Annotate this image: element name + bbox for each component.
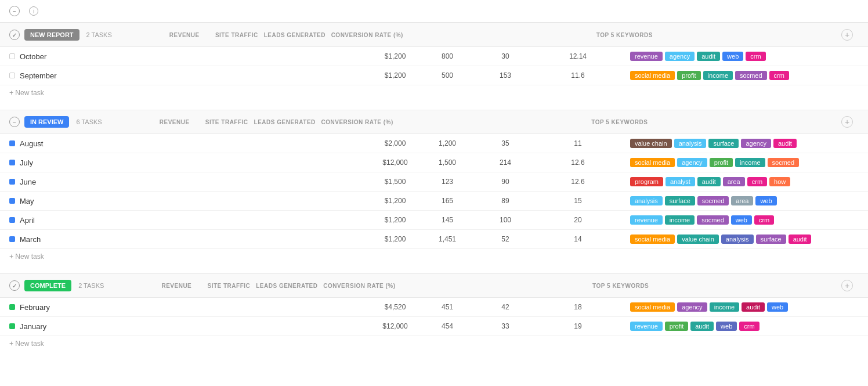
- keyword-tag: surface: [756, 235, 786, 244]
- keyword-tag: revenue: [630, 322, 663, 331]
- col-header-leads-in-review: LEADS GENERATED: [253, 119, 317, 125]
- task-name-cell: September: [9, 71, 323, 80]
- table-row: August $2,000 1,200 35 11 value chainana…: [0, 134, 868, 153]
- task-name[interactable]: August: [20, 139, 43, 148]
- task-leads: 90: [473, 178, 537, 186]
- task-name[interactable]: June: [20, 178, 36, 186]
- keyword-tag: web: [767, 302, 788, 312]
- tasks-count-new-report: 2 TASKS: [86, 31, 112, 38]
- task-status-dot[interactable]: [9, 53, 15, 59]
- task-leads: 30: [473, 52, 537, 60]
- task-name[interactable]: September: [20, 71, 57, 80]
- task-keywords: analysissurfacesocmedareaweb: [619, 196, 841, 205]
- task-status-dot[interactable]: [9, 160, 15, 165]
- keyword-tag: web: [731, 215, 752, 225]
- keyword-tag: agency: [677, 158, 707, 167]
- task-name[interactable]: March: [20, 235, 41, 244]
- section-collapse-icon-complete[interactable]: ✓: [9, 280, 20, 291]
- keyword-tag: web: [716, 322, 737, 331]
- task-name-cell: April: [9, 216, 323, 225]
- task-conversion: 11.6: [537, 71, 619, 80]
- table-row: March $1,200 1,451 52 14 social mediaval…: [0, 230, 868, 249]
- task-conversion: 18: [537, 303, 619, 311]
- task-status-dot[interactable]: [9, 198, 15, 204]
- col-header-leads-complete: LEADS GENERATED: [255, 283, 319, 289]
- task-leads: 35: [473, 139, 537, 147]
- task-revenue: $1,200: [369, 216, 421, 224]
- keyword-tag: revenue: [630, 215, 663, 225]
- task-revenue: $4,520: [369, 303, 421, 311]
- keyword-tag: audit: [773, 139, 797, 148]
- task-name[interactable]: April: [20, 216, 35, 225]
- task-keywords: revenueincomesocmedwebcrm: [619, 215, 841, 225]
- task-leads: 214: [473, 158, 537, 167]
- keyword-tag: audit: [690, 322, 714, 331]
- task-leads: 33: [473, 322, 537, 330]
- task-status-dot[interactable]: [9, 140, 15, 146]
- task-name[interactable]: February: [20, 303, 50, 312]
- task-name[interactable]: May: [20, 197, 34, 205]
- task-leads: 100: [473, 216, 537, 224]
- table-row: February $4,520 451 42 18 social mediaag…: [0, 298, 868, 317]
- new-task-row-new-report[interactable]: + New task: [0, 85, 868, 100]
- task-status-dot[interactable]: [9, 323, 15, 329]
- task-traffic: 800: [421, 52, 473, 60]
- keyword-tag: agency: [741, 139, 771, 148]
- collapse-icon[interactable]: −: [9, 6, 20, 16]
- table-row: May $1,200 165 89 15 analysissurfacesocm…: [0, 192, 868, 211]
- section-header-left-complete: ✓ COMPLETE 2 TASKS: [9, 280, 104, 291]
- task-keywords: social mediaagencyprofitincomesocmed: [619, 158, 841, 167]
- keyword-tag: income: [703, 71, 733, 80]
- task-leads: 42: [473, 303, 537, 311]
- info-icon[interactable]: i: [29, 6, 38, 16]
- keyword-tag: crm: [739, 322, 759, 331]
- task-name-cell: July: [9, 158, 323, 167]
- section-collapse-icon-new-report[interactable]: ✓: [9, 30, 20, 40]
- task-leads: 153: [473, 71, 537, 80]
- task-name[interactable]: July: [20, 158, 33, 167]
- col-header-revenue-complete: REVENUE: [150, 283, 202, 289]
- new-task-row-in-review[interactable]: + New task: [0, 249, 868, 264]
- section-badge-complete[interactable]: COMPLETE: [24, 280, 71, 291]
- col-header-leads-new-report: LEADS GENERATED: [263, 32, 327, 38]
- task-name[interactable]: October: [20, 52, 46, 61]
- task-traffic: 123: [421, 178, 473, 186]
- section-badge-new-report[interactable]: NEW REPORT: [24, 29, 79, 41]
- col-header-keywords-complete: TOP 5 KEYWORDS: [400, 283, 841, 289]
- task-status-dot[interactable]: [9, 304, 15, 310]
- task-keywords: social mediaprofitincomesocmedcrm: [619, 71, 841, 80]
- section-header-in-review: − IN REVIEW 6 TASKS REVENUE SITE TRAFFIC…: [0, 110, 868, 134]
- keyword-tag: social media: [630, 235, 675, 244]
- task-conversion: 12.6: [537, 178, 619, 186]
- task-traffic: 165: [421, 197, 473, 205]
- keyword-tag: social media: [630, 71, 675, 80]
- section-add-icon-complete[interactable]: +: [841, 280, 853, 291]
- keyword-tag: social media: [630, 302, 675, 312]
- task-conversion: 12.6: [537, 158, 619, 167]
- task-revenue: $1,200: [369, 235, 421, 243]
- task-status-dot[interactable]: [9, 217, 15, 223]
- keyword-tag: crm: [746, 52, 765, 61]
- keyword-tag: web: [722, 52, 743, 61]
- task-keywords: value chainanalysissurfaceagencyaudit: [619, 139, 841, 148]
- task-status-dot[interactable]: [9, 179, 15, 185]
- keyword-tag: analysis: [721, 235, 754, 244]
- section-add-icon-new-report[interactable]: +: [841, 29, 853, 41]
- task-status-dot[interactable]: [9, 236, 15, 242]
- keyword-tag: crm: [754, 215, 774, 225]
- new-task-row-complete[interactable]: + New task: [0, 336, 868, 351]
- keyword-tag: income: [710, 302, 739, 312]
- section-add-icon-in-review[interactable]: +: [841, 116, 853, 128]
- col-header-revenue-new-report: REVENUE: [158, 32, 211, 38]
- section-badge-in-review[interactable]: IN REVIEW: [24, 116, 69, 128]
- task-traffic: 500: [421, 71, 473, 80]
- task-conversion: 20: [537, 216, 619, 224]
- keyword-tag: audit: [789, 235, 812, 244]
- task-conversion: 14: [537, 235, 619, 243]
- task-keywords: social mediavalue chainanalysissurfaceau…: [619, 235, 841, 244]
- task-status-dot[interactable]: [9, 73, 15, 78]
- task-name[interactable]: January: [20, 322, 46, 331]
- section-collapse-icon-in-review[interactable]: −: [9, 117, 20, 127]
- task-conversion: 15: [537, 197, 619, 205]
- keyword-tag: socmed: [697, 196, 729, 205]
